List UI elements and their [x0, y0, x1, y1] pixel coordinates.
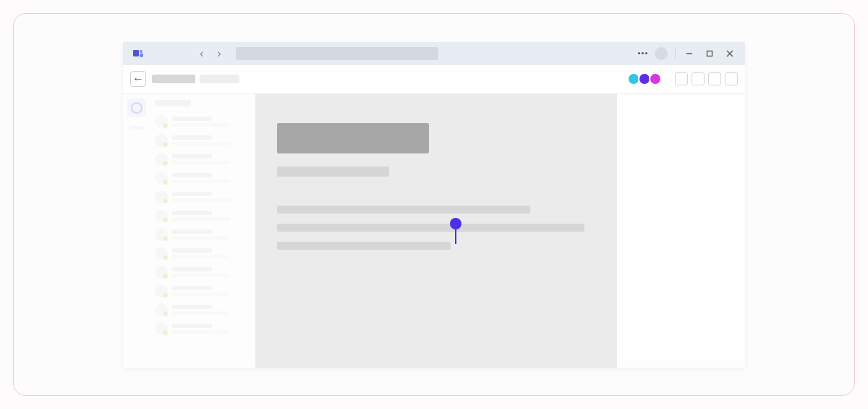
rail-chat-icon[interactable] [127, 98, 146, 117]
maximize-button[interactable] [703, 47, 716, 60]
chat-list-item[interactable] [155, 303, 251, 316]
document-canvas[interactable] [255, 94, 617, 368]
chat-avatar-icon [155, 322, 168, 335]
nav-back-button[interactable]: ‹ [194, 46, 210, 62]
divider [675, 48, 676, 59]
chat-list-item[interactable] [155, 284, 251, 298]
chat-list-item[interactable] [155, 209, 251, 222]
app-rail [123, 94, 150, 368]
chat-avatar-icon [155, 115, 168, 128]
profile-avatar[interactable] [655, 47, 668, 60]
svg-point-1 [140, 50, 142, 53]
header-action-4[interactable] [725, 72, 738, 85]
chat-list-heading [155, 100, 191, 106]
svg-rect-0 [133, 50, 139, 56]
presence-avatars[interactable] [629, 72, 662, 85]
illustration-frame: ‹ › ← [13, 13, 855, 396]
collaborator-cursor-icon [450, 218, 461, 244]
titlebar: ‹ › [123, 42, 745, 65]
nav-forward-button[interactable]: › [211, 46, 227, 62]
chat-list-item[interactable] [155, 115, 251, 128]
close-button[interactable] [723, 47, 736, 60]
header-action-1[interactable] [675, 72, 688, 85]
chat-avatar-icon [155, 190, 168, 203]
text-line [277, 206, 530, 214]
chat-avatar-icon [155, 134, 168, 147]
right-panel [618, 94, 745, 368]
chat-avatar-icon [155, 228, 168, 241]
chat-list-item[interactable] [155, 190, 251, 203]
main-area [255, 94, 618, 368]
chat-list-item[interactable] [155, 172, 251, 185]
doc-paragraph [277, 206, 595, 250]
chat-avatar-icon [155, 266, 168, 279]
chat-list-item[interactable] [155, 134, 251, 147]
minimize-button[interactable] [683, 47, 696, 60]
chat-avatar-icon [155, 172, 168, 185]
teams-window: ‹ › ← [123, 42, 745, 368]
chat-list-item[interactable] [155, 228, 251, 241]
presence-avatar-3[interactable] [649, 72, 662, 85]
header-action-3[interactable] [708, 72, 721, 85]
chat-list-item[interactable] [155, 153, 251, 166]
chat-list-item[interactable] [155, 322, 251, 335]
chat-avatar-icon [155, 153, 168, 166]
document-header: ← [123, 65, 745, 94]
chat-avatar-icon [155, 284, 168, 298]
chat-avatar-icon [155, 209, 168, 222]
more-options-icon[interactable] [638, 52, 647, 54]
back-button[interactable]: ← [130, 71, 146, 87]
chat-avatar-icon [155, 247, 168, 260]
app-body [123, 94, 745, 368]
search-input[interactable] [236, 47, 438, 60]
teams-logo-icon [132, 47, 145, 60]
doc-title-placeholder [152, 75, 195, 83]
doc-subheading-placeholder [277, 166, 389, 177]
text-line [277, 224, 584, 232]
doc-subtitle-placeholder [200, 75, 239, 83]
doc-heading-placeholder [277, 123, 429, 153]
svg-rect-4 [707, 51, 712, 56]
rail-label [129, 126, 144, 130]
chat-avatar-icon [155, 303, 168, 316]
svg-rect-2 [140, 53, 143, 57]
chat-list-item[interactable] [155, 266, 251, 279]
header-action-2[interactable] [692, 72, 705, 85]
chat-list [150, 94, 255, 368]
text-line [277, 242, 451, 250]
chat-list-item[interactable] [155, 247, 251, 260]
